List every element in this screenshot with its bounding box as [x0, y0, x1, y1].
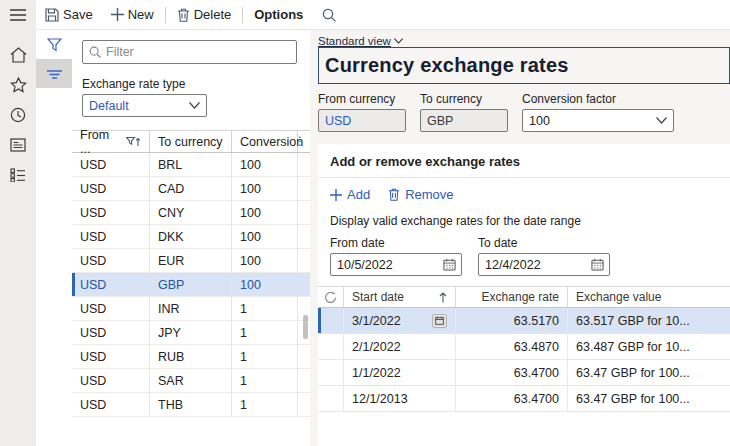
start-date-column-header[interactable]: Start date [344, 287, 456, 307]
currency-pair-row[interactable]: USDBRL100 [72, 153, 310, 177]
to-currency-column-label: To currency [158, 135, 223, 149]
hamburger-icon [10, 9, 26, 21]
funnel-icon [47, 38, 62, 52]
currency-pair-row[interactable]: USDEUR100 [72, 249, 310, 273]
rate-row[interactable]: 12/1/201363.470063.47 GBP for 100... [318, 386, 730, 412]
exchange-rate-column-label: Exchange rate [482, 290, 559, 304]
calendar-icon[interactable] [443, 258, 456, 271]
from-currency-column-label: From ... [80, 128, 123, 156]
rates-grid-header: Start date Exchange rate Exchange value [318, 286, 730, 308]
currency-pair-cell: CAD [150, 177, 232, 200]
favorites-button[interactable] [0, 70, 36, 100]
currency-pair-cell: 1 [232, 369, 298, 392]
row-select-cell[interactable] [318, 334, 344, 359]
filter-rail [36, 30, 72, 446]
currency-pair-cell: USD [72, 273, 150, 296]
to-currency-column-header[interactable]: To currency [150, 131, 232, 152]
currency-pair-row[interactable]: USDINR1 [72, 297, 310, 321]
currency-pair-cell: USD [72, 321, 150, 344]
conversion-factor-dropdown[interactable]: 100 [522, 109, 674, 132]
exchange-value-column-label: Exchange value [576, 290, 661, 304]
calendar-picker-icon[interactable] [432, 314, 447, 328]
exchange-rate-type-value: Default [89, 99, 129, 113]
to-date-input[interactable] [485, 258, 575, 272]
currency-pair-cell: USD [72, 297, 150, 320]
exchange-rate-type-dropdown[interactable]: Default [82, 94, 207, 117]
delete-button[interactable]: Delete [168, 0, 241, 29]
filter-pane-toggle-button[interactable] [36, 30, 72, 59]
currency-pair-row[interactable]: USDJPY1 [72, 321, 310, 345]
workspaces-button[interactable] [0, 130, 36, 160]
view-selector[interactable]: Standard view [318, 35, 730, 47]
refresh-column-header[interactable] [318, 287, 344, 307]
exchange-rate-column-header[interactable]: Exchange rate [456, 287, 568, 307]
command-bar: Save New Delete Options [36, 0, 730, 30]
trash-icon [388, 188, 400, 201]
options-button[interactable]: Options [245, 0, 312, 29]
row-select-cell[interactable] [318, 308, 344, 333]
currency-pair-row[interactable]: USDRUB1 [72, 345, 310, 369]
remove-button[interactable]: Remove [388, 187, 453, 202]
from-currency-field-label: From currency [318, 92, 406, 106]
currency-pair-row[interactable]: USDTHB1 [72, 393, 310, 417]
vertical-scrollbar-thumb[interactable] [303, 315, 308, 339]
currency-pair-row[interactable]: USDCNY100 [72, 201, 310, 225]
currency-pair-row[interactable]: USDGBP100 [72, 273, 310, 297]
conversion-factor-value: 100 [529, 114, 550, 128]
currency-pair-cell: BRL [150, 153, 232, 176]
app-window: Save New Delete Options [0, 0, 730, 446]
plus-icon [111, 8, 124, 21]
hamburger-menu-button[interactable] [0, 0, 36, 30]
home-button[interactable] [0, 40, 36, 70]
workspace-icon [10, 138, 26, 152]
currency-pair-cell: USD [72, 153, 150, 176]
to-currency-input[interactable] [420, 109, 508, 132]
currency-pairs-grid-body: USDBRL100USDCAD100USDCNY100USDDKK100USDE… [72, 153, 310, 417]
rate-row[interactable]: 2/1/202263.487063.487 GBP for 10... [318, 334, 730, 360]
row-select-cell[interactable] [318, 360, 344, 385]
filter-input[interactable] [106, 45, 290, 59]
currency-pair-row[interactable]: USDDKK100 [72, 225, 310, 249]
rate-row[interactable]: 1/1/202263.470063.47 GBP for 100... [318, 360, 730, 386]
toolbar-separator [242, 7, 243, 23]
search-icon [322, 8, 336, 22]
from-currency-input[interactable] [318, 109, 406, 132]
from-currency-column-header[interactable]: From ... [72, 131, 150, 152]
nav-rail [0, 0, 36, 446]
column-options-icon[interactable]: ⋮ [294, 134, 306, 148]
list-view-toggle-button[interactable] [36, 59, 72, 88]
filter-sort-icon [126, 137, 141, 147]
from-date-field: From date [330, 236, 462, 276]
conversion-column-header[interactable]: Conversion [232, 131, 298, 152]
start-date-value: 1/1/2022 [352, 366, 401, 380]
header-fields: From currency To currency Conversion fac… [318, 92, 730, 132]
currency-pair-cell: 100 [232, 273, 298, 296]
exchange-value-column-header[interactable]: Exchange value [568, 287, 730, 307]
currency-pair-cell: 100 [232, 201, 298, 224]
currency-pair-cell: USD [72, 177, 150, 200]
row-select-cell[interactable] [318, 386, 344, 411]
rate-row[interactable]: 3/1/202263.517063.517 GBP for 10... [318, 308, 730, 334]
start-date-value: 3/1/2022 [352, 314, 401, 328]
view-selector-label: Standard view [318, 35, 391, 47]
checklist-icon [10, 168, 26, 182]
date-range-caption: Display valid exchange rates for the dat… [318, 204, 730, 228]
currency-pair-cell: USD [72, 369, 150, 392]
exchange-value-cell: 63.47 GBP for 100... [568, 360, 730, 385]
currency-pair-row[interactable]: USDSAR1 [72, 369, 310, 393]
new-button[interactable]: New [102, 0, 163, 29]
page-title-box: Currency exchange rates [318, 47, 730, 84]
start-date-cell: 1/1/2022 [344, 360, 456, 385]
recent-button[interactable] [0, 100, 36, 130]
save-button[interactable]: Save [36, 0, 102, 29]
save-icon [45, 8, 59, 22]
toolbar-search-button[interactable] [312, 8, 346, 22]
from-date-input[interactable] [337, 258, 427, 272]
calendar-icon[interactable] [591, 258, 604, 271]
to-currency-field: To currency [420, 92, 508, 132]
modules-button[interactable] [0, 160, 36, 190]
add-button[interactable]: Add [330, 187, 370, 202]
date-range-fields: From date To date [318, 228, 730, 276]
currency-pair-cell: 100 [232, 225, 298, 248]
currency-pair-row[interactable]: USDCAD100 [72, 177, 310, 201]
